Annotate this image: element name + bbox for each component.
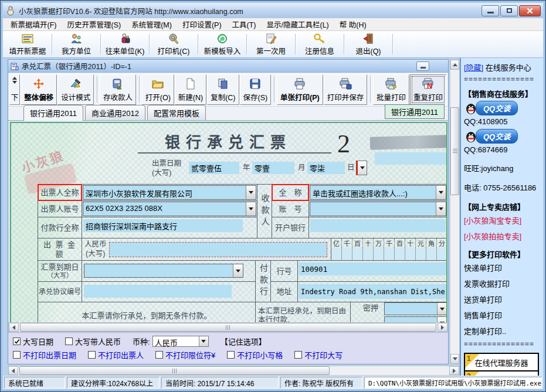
menu-help[interactable]: 帮 助(H)	[334, 17, 372, 32]
tab-commercial-2012[interactable]: 商业通用2012	[85, 105, 145, 120]
payee-name-combo[interactable]: 单击我或红圈选择收款人...:)	[310, 185, 446, 200]
menu-print-settings[interactable]: 打印设置(P)	[177, 17, 227, 32]
combo-arrow-button[interactable]	[436, 202, 446, 216]
scroll-up-button[interactable]	[450, 60, 459, 70]
agreement-field[interactable]	[84, 285, 232, 298]
payee-bank-field[interactable]	[310, 219, 446, 232]
menu-tools[interactable]: 工具(T)	[227, 17, 262, 32]
repeat-print-button[interactable]: N 重复打印	[410, 74, 446, 105]
amount-digit-cells[interactable]	[331, 248, 447, 260]
checkbox-no-print-small-grid[interactable]: 不打印小写格	[227, 349, 283, 360]
drawer-account-combo[interactable]: 62X5 02X3 2325 088X	[83, 202, 256, 216]
date-month-field[interactable]: 零壹	[252, 162, 294, 174]
status-ready: 系统已就绪	[4, 377, 65, 388]
menu-system[interactable]: 系统管理(M)	[126, 17, 177, 32]
drawer-bank-field[interactable]: 招商银行深圳深南中路支行	[83, 219, 243, 232]
payee-account-combo[interactable]	[310, 202, 446, 216]
top-right-field[interactable]	[375, 152, 447, 165]
design-mode-button[interactable]: 设计模式	[57, 74, 94, 105]
restore-button[interactable]	[500, 5, 518, 16]
rank-item-1[interactable]: 1 在线代理服务器	[465, 354, 538, 371]
checkbox-no-print-limiter[interactable]: 不打印限位符¥	[155, 349, 215, 360]
date-dropdown-button[interactable]	[356, 161, 367, 175]
bank-code-field[interactable]: 100901	[299, 263, 446, 275]
date-day-field[interactable]: 零柒	[307, 162, 345, 174]
bill-toolbar: 下 整体偏移	[8, 73, 448, 107]
nudge-down-button[interactable]: 下	[9, 74, 20, 105]
combo-arrow-button[interactable]	[199, 336, 208, 346]
combo-arrow-button[interactable]	[436, 186, 446, 199]
express-print-link[interactable]: 快递单打印	[464, 262, 540, 273]
combo-arrow-button[interactable]	[246, 186, 256, 199]
combo-arrow-button[interactable]	[437, 303, 447, 315]
menu-history[interactable]: 历史开票管理(S)	[62, 17, 126, 32]
secret-code-combo-1[interactable]	[384, 302, 447, 315]
print-single-button[interactable]: 单张打印(P)	[277, 74, 323, 105]
copy-button[interactable]: 复制(C)	[207, 74, 239, 105]
scroll-down-button[interactable]	[450, 354, 459, 364]
print-save-button[interactable]: 打印并保存	[324, 74, 368, 105]
open-button[interactable]: 打开(O)	[142, 74, 174, 105]
bottom-horizontal-scrollbar[interactable]	[8, 366, 460, 376]
minimize-button[interactable]	[481, 5, 499, 16]
tab-bank-2011[interactable]: 银行通用2011	[23, 105, 83, 121]
taobao-shop-link[interactable]: [小灰狼淘宝专卖]	[464, 214, 540, 226]
checkbox-no-print-date[interactable]: 不打印出票日期	[13, 349, 76, 360]
scrollbar-thumb[interactable]	[19, 366, 330, 375]
partners-button[interactable]: 往来单位(K)	[101, 32, 148, 57]
menu-bar: 新票据填开(F) 历史开票管理(S) 系统管理(M) 打印设置(P) 工具(T)…	[3, 18, 543, 31]
close-button[interactable]	[519, 5, 541, 16]
checkbox-no-print-caps[interactable]: 不打印大写	[294, 349, 342, 360]
scroll-right-button[interactable]	[438, 323, 447, 332]
custom-print-link[interactable]: 定制单打印..	[464, 325, 540, 336]
bank-address-field[interactable]: Indestry Road 9th,nanshan Dist,She	[299, 284, 446, 299]
first-time-button[interactable]: 第一次用	[247, 32, 294, 57]
hide-sidebar-link[interactable]: [隐藏]	[464, 63, 483, 72]
bill-window: 承兑汇票（银行通用2011）-ID=-1 下	[8, 59, 449, 364]
drawer-name-combo[interactable]: 深圳市小灰狼软件发展有限公司	[83, 185, 256, 200]
toolbar-separator	[370, 76, 371, 103]
menu-new-bill[interactable]: 新票据填开(F)	[5, 17, 62, 32]
save-payee-button[interactable]: 存收款人	[100, 74, 136, 105]
drawer-account-label: 出票人账号	[38, 200, 82, 217]
scroll-right-button[interactable]	[449, 366, 459, 375]
global-offset-button[interactable]: 整体偏移	[21, 74, 57, 105]
new-button[interactable]: 新建(N)	[175, 74, 206, 105]
scrollbar-thumb[interactable]	[20, 323, 436, 332]
due-date-combo[interactable]	[84, 264, 243, 278]
scroll-left-button[interactable]	[8, 366, 18, 375]
drawer-name-label: 出票人全称	[38, 184, 82, 201]
qq-chat-button-2[interactable]: QQ交谈	[464, 129, 540, 144]
tab-configure-templates[interactable]: 配置常用模板	[147, 105, 206, 120]
batch-print-button[interactable]: 批量打印	[373, 74, 409, 105]
checkbox-caps-rmb[interactable]: 大写带人民币	[65, 336, 121, 347]
register-button[interactable]: 注册信息	[296, 32, 343, 57]
bill-horizontal-scrollbar[interactable]	[8, 322, 448, 332]
rank-item-2[interactable]: 2 在线服务器	[465, 371, 538, 376]
delivery-print-link[interactable]: 送货单打印	[464, 294, 540, 305]
exit-button[interactable]: 退出(Q)	[345, 32, 392, 57]
checkbox-caps-date[interactable]: 大写日期	[13, 336, 53, 347]
save-button[interactable]: 保存(S)	[240, 74, 272, 105]
sales-print-link[interactable]: 销售单打印	[464, 309, 540, 321]
bill-minimize-button[interactable]	[416, 62, 429, 71]
scroll-left-button[interactable]	[9, 323, 19, 332]
currency-type-combo[interactable]: 人民币	[152, 336, 209, 347]
printer-button[interactable]: 打印机(C)	[150, 32, 197, 57]
invoice-print-link[interactable]: 发票收据打印	[464, 278, 540, 289]
import-template-button[interactable]: 新模板导入	[199, 32, 246, 57]
scrollbar-thumb[interactable]	[450, 107, 459, 195]
checkbox-no-print-drawer[interactable]: 不打印出票人	[88, 349, 144, 360]
combo-arrow-button[interactable]	[233, 264, 243, 277]
bank-address-label: 地址	[270, 281, 298, 302]
vertical-scrollbar[interactable]	[450, 59, 460, 364]
remember-options-button[interactable]: 【记住选项】	[221, 336, 266, 347]
new-bill-button[interactable]: 填开新票据	[4, 32, 51, 57]
combo-arrow-button[interactable]	[246, 202, 256, 216]
date-year-field[interactable]: 贰零壹伍	[189, 162, 239, 174]
paipai-shop-link[interactable]: [小灰狼拍拍专卖]	[464, 230, 540, 241]
amount-field[interactable]	[109, 242, 327, 257]
my-company-button[interactable]: 我方单位	[53, 32, 100, 57]
menu-toggle-toolbar[interactable]: 显示/隐藏工具栏(L)	[262, 17, 334, 32]
qq-chat-button-1[interactable]: QQ交谈	[464, 101, 540, 115]
